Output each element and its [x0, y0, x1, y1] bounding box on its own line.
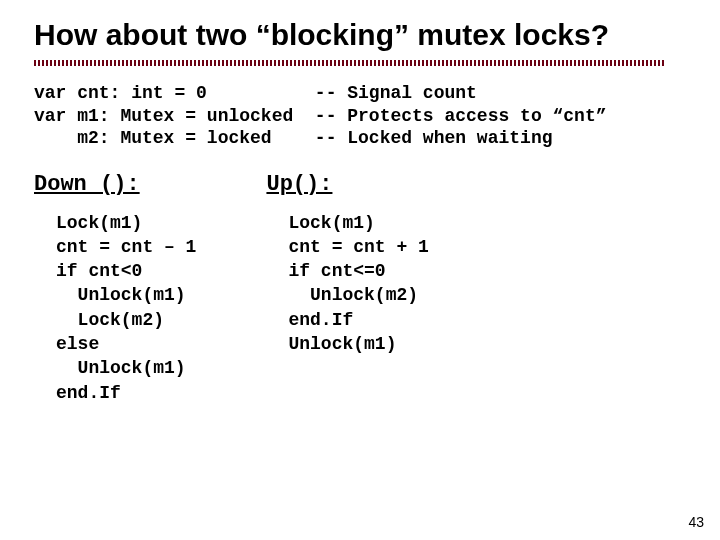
down-column: Down (): Lock(m1) cnt = cnt – 1 if cnt<0… — [34, 172, 196, 405]
up-code: Lock(m1) cnt = cnt + 1 if cnt<=0 Unlock(… — [266, 211, 428, 357]
svg-rect-2 — [34, 60, 664, 66]
page-number: 43 — [688, 514, 704, 530]
up-column: Up(): Lock(m1) cnt = cnt + 1 if cnt<=0 U… — [266, 172, 428, 405]
down-code: Lock(m1) cnt = cnt – 1 if cnt<0 Unlock(m… — [34, 211, 196, 405]
up-heading: Up(): — [266, 172, 428, 197]
var-declarations: var cnt: int = 0 -- Signal count var m1:… — [34, 82, 686, 150]
title-rule — [34, 60, 664, 66]
down-heading: Down (): — [34, 172, 196, 197]
slide-title: How about two “blocking” mutex locks? — [34, 18, 686, 52]
